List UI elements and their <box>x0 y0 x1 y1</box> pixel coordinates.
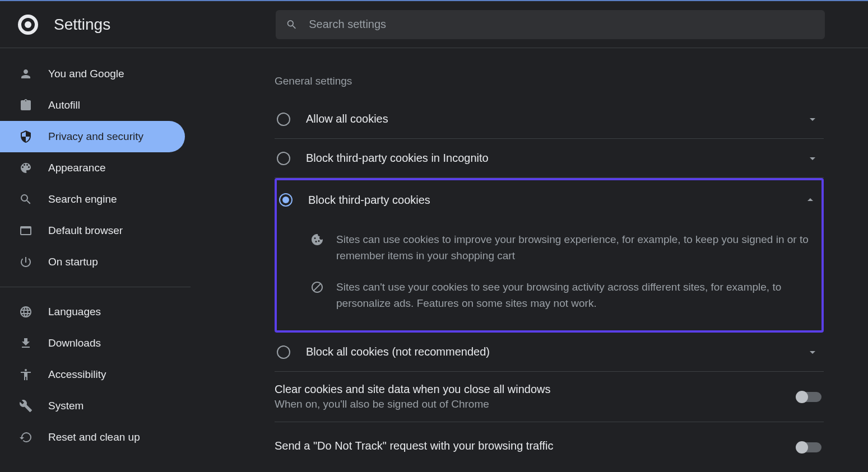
sidebar-item-label: You and Google <box>48 68 124 80</box>
setting-do-not-track[interactable]: Send a "Do Not Track" request with your … <box>275 422 824 472</box>
sidebar-item-autofill[interactable]: Autofill <box>0 90 185 121</box>
sidebar-item-label: Default browser <box>48 225 123 237</box>
sidebar-item-downloads[interactable]: Downloads <box>0 328 185 359</box>
cookie-icon <box>310 233 324 249</box>
page-title: Settings <box>54 16 110 34</box>
section-heading: General settings <box>275 75 824 87</box>
sidebar-item-appearance[interactable]: Appearance <box>0 152 185 184</box>
radio-icon[interactable] <box>279 193 293 207</box>
content-inner: General settings Allow all cookies Block… <box>275 48 824 472</box>
download-icon <box>19 337 33 350</box>
sidebar-item-label: Appearance <box>48 162 105 174</box>
svg-point-1 <box>25 21 31 28</box>
globe-icon <box>19 305 33 319</box>
option-allow-all-cookies[interactable]: Allow all cookies <box>275 100 824 139</box>
setting-clear-on-close[interactable]: Clear cookies and site data when you clo… <box>275 372 824 422</box>
wrench-icon <box>19 399 33 413</box>
option-label: Allow all cookies <box>306 113 806 125</box>
power-icon <box>19 255 33 269</box>
block-icon <box>310 281 324 296</box>
app-header: Settings <box>0 1 868 48</box>
sidebar-item-privacy-and-security[interactable]: Privacy and security <box>0 121 185 152</box>
search-icon <box>19 193 33 206</box>
sidebar-item-label: Reset and clean up <box>48 431 140 443</box>
chevron-up-icon <box>804 193 817 207</box>
explain-text: Sites can't use your cookies to see your… <box>336 279 810 311</box>
toggle-switch[interactable] <box>797 442 821 452</box>
option-block-all-cookies[interactable]: Block all cookies (not recommended) <box>275 333 824 372</box>
setting-text: Send a "Do Not Track" request with your … <box>275 440 797 455</box>
sidebar-item-accessibility[interactable]: Accessibility <box>0 359 185 390</box>
sidebar-item-on-startup[interactable]: On startup <box>0 246 185 278</box>
shield-icon <box>19 130 33 143</box>
sidebar-item-languages[interactable]: Languages <box>0 296 185 328</box>
sidebar-item-reset-and-clean-up[interactable]: Reset and clean up <box>0 422 185 453</box>
sidebar-item-label: Languages <box>48 306 101 318</box>
explain-text: Sites can use cookies to improve your br… <box>336 232 810 264</box>
chrome-logo-icon <box>18 15 38 35</box>
sidebar-item-you-and-google[interactable]: You and Google <box>0 58 185 90</box>
sidebar-item-default-browser[interactable]: Default browser <box>0 215 185 246</box>
sidebar-item-label: Accessibility <box>48 368 106 381</box>
person-icon <box>19 67 33 81</box>
radio-icon[interactable] <box>277 345 290 359</box>
palette-icon <box>19 161 33 175</box>
setting-text: Clear cookies and site data when you clo… <box>275 383 797 410</box>
setting-subtitle: When on, you'll also be signed out of Ch… <box>275 398 797 410</box>
explain-row-allowed: Sites can use cookies to improve your br… <box>310 224 810 272</box>
sidebar-item-label: Search engine <box>48 193 117 205</box>
option-label: Block all cookies (not recommended) <box>306 345 806 358</box>
browser-icon <box>19 224 33 237</box>
sidebar-divider <box>0 287 191 287</box>
chevron-down-icon <box>806 113 819 126</box>
search-input[interactable] <box>309 18 815 31</box>
sidebar-item-label: On startup <box>48 256 98 268</box>
clipboard-icon <box>19 99 33 112</box>
sidebar-item-label: System <box>48 400 83 412</box>
option-block-third-party-incognito[interactable]: Block third-party cookies in Incognito <box>275 139 824 178</box>
option-expanded-detail: Sites can use cookies to improve your br… <box>277 219 821 330</box>
sidebar-item-search-engine[interactable]: Search engine <box>0 184 185 215</box>
radio-icon[interactable] <box>277 113 290 126</box>
option-label: Block third-party cookies in Incognito <box>306 152 806 165</box>
content-area: General settings Allow all cookies Block… <box>191 48 868 472</box>
explain-row-blocked: Sites can't use your cookies to see your… <box>310 272 810 319</box>
sidebar-item-label: Privacy and security <box>48 130 143 143</box>
option-label: Block third-party cookies <box>308 194 804 207</box>
sidebar-item-system[interactable]: System <box>0 390 185 422</box>
restore-icon <box>19 431 33 444</box>
accessibility-icon <box>19 368 33 381</box>
setting-title: Clear cookies and site data when you clo… <box>275 383 797 396</box>
setting-title: Send a "Do Not Track" request with your … <box>275 440 797 452</box>
main-layout: You and Google Autofill Privacy and secu… <box>0 48 868 472</box>
sidebar-item-label: Downloads <box>48 337 101 349</box>
chevron-down-icon <box>806 152 819 165</box>
highlighted-option-box: Block third-party cookies Sites can use … <box>275 178 824 333</box>
toggle-switch[interactable] <box>797 392 821 402</box>
search-icon <box>286 18 298 31</box>
option-block-third-party-cookies[interactable]: Block third-party cookies <box>277 180 821 219</box>
radio-icon[interactable] <box>277 152 290 165</box>
search-container[interactable] <box>276 10 825 39</box>
sidebar[interactable]: You and Google Autofill Privacy and secu… <box>0 48 191 472</box>
chevron-down-icon <box>806 345 819 359</box>
sidebar-item-label: Autofill <box>48 99 80 111</box>
